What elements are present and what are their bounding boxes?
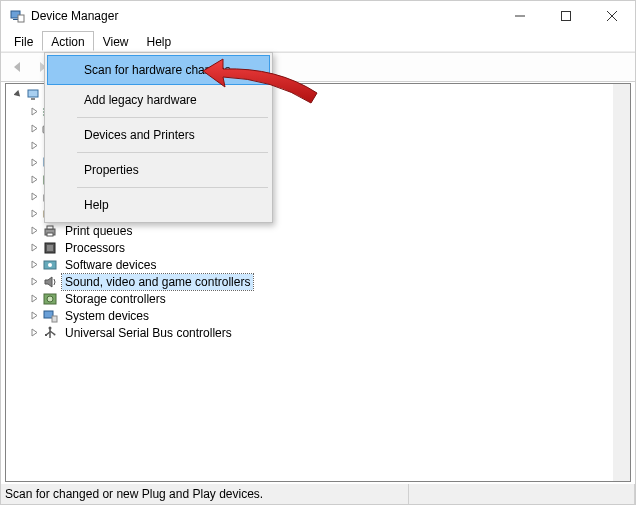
window-title: Device Manager	[31, 9, 497, 23]
menu-devices-printers[interactable]: Devices and Printers	[47, 120, 270, 150]
expander-icon[interactable]	[28, 294, 40, 303]
usb-icon	[42, 325, 58, 341]
menu-properties[interactable]: Properties	[47, 155, 270, 185]
menu-separator	[77, 187, 268, 188]
tree-node-label: System devices	[62, 308, 152, 324]
expander-icon[interactable]	[28, 175, 40, 184]
soft-icon	[42, 257, 58, 273]
tree-node[interactable]: Processors	[6, 239, 613, 256]
cpu-icon	[42, 240, 58, 256]
back-button[interactable]	[7, 56, 29, 78]
expander-icon[interactable]	[28, 107, 40, 116]
tree-node[interactable]: Software devices	[6, 256, 613, 273]
tree-node-label: Software devices	[62, 257, 159, 273]
svg-rect-4	[562, 12, 571, 21]
storage-icon	[42, 291, 58, 307]
svg-rect-1	[13, 19, 18, 20]
expander-icon[interactable]	[12, 90, 24, 99]
menu-scan-hardware[interactable]: Scan for hardware changes	[47, 55, 270, 85]
titlebar: Device Manager	[1, 1, 635, 31]
expander-icon[interactable]	[28, 243, 40, 252]
tree-node[interactable]: Universal Serial Bus controllers	[6, 324, 613, 341]
device-manager-icon	[9, 8, 25, 24]
menu-help[interactable]: Help	[138, 31, 181, 51]
svg-rect-2	[18, 15, 24, 22]
sound-icon	[42, 274, 58, 290]
menu-separator	[77, 117, 268, 118]
menubar: File Action View Help	[1, 31, 635, 52]
expander-icon[interactable]	[28, 277, 40, 286]
menu-separator	[77, 152, 268, 153]
minimize-button[interactable]	[497, 1, 543, 31]
menu-file[interactable]: File	[5, 31, 42, 51]
menu-action[interactable]: Action	[42, 31, 93, 51]
tree-node[interactable]: System devices	[6, 307, 613, 324]
close-button[interactable]	[589, 1, 635, 31]
expander-icon[interactable]	[28, 311, 40, 320]
computer-icon	[26, 87, 42, 103]
tree-node-label: Sound, video and game controllers	[62, 274, 253, 290]
tree-node[interactable]: Print queues	[6, 222, 613, 239]
expander-icon[interactable]	[28, 328, 40, 337]
tree-node[interactable]: Sound, video and game controllers	[6, 273, 613, 290]
expander-icon[interactable]	[28, 226, 40, 235]
tree-node-label: Print queues	[62, 223, 135, 239]
expander-icon[interactable]	[28, 192, 40, 201]
menu-help-item[interactable]: Help	[47, 190, 270, 220]
expander-icon[interactable]	[28, 124, 40, 133]
tree-node-label: Universal Serial Bus controllers	[62, 325, 235, 341]
expander-icon[interactable]	[28, 141, 40, 150]
printer-icon	[42, 223, 58, 239]
status-cell	[409, 484, 635, 504]
tree-node-label: Storage controllers	[62, 291, 169, 307]
svg-rect-8	[31, 98, 35, 100]
maximize-button[interactable]	[543, 1, 589, 31]
menu-add-legacy[interactable]: Add legacy hardware	[47, 85, 270, 115]
expander-icon[interactable]	[28, 158, 40, 167]
svg-rect-7	[28, 90, 38, 97]
tree-node-label: Processors	[62, 240, 128, 256]
expander-icon[interactable]	[28, 209, 40, 218]
statusbar: Scan for changed or new Plug and Play de…	[1, 484, 635, 504]
expander-icon[interactable]	[28, 260, 40, 269]
tree-node[interactable]: Storage controllers	[6, 290, 613, 307]
system-icon	[42, 308, 58, 324]
action-dropdown: Scan for hardware changes Add legacy har…	[44, 52, 273, 223]
window-controls	[497, 1, 635, 31]
status-text: Scan for changed or new Plug and Play de…	[1, 484, 409, 504]
menu-view[interactable]: View	[94, 31, 138, 51]
